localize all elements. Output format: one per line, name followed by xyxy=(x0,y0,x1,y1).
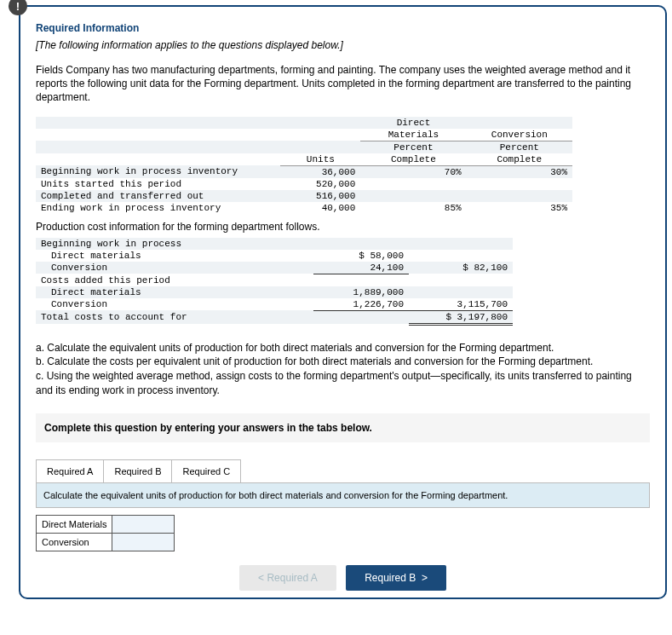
tab-instruction: Calculate the equivalent units of produc… xyxy=(36,482,650,508)
next-button[interactable]: Required B > xyxy=(346,565,446,591)
input-cv[interactable] xyxy=(112,533,175,551)
chevron-left-icon: < xyxy=(258,572,264,584)
prev-button[interactable]: < Required A xyxy=(239,565,336,591)
alert-icon: ! xyxy=(9,0,27,15)
scenario-text: Fields Company has two manufacturing dep… xyxy=(36,63,650,105)
tab-required-c[interactable]: Required C xyxy=(171,459,241,482)
cost-table: Beginning work in process Direct materia… xyxy=(36,238,513,326)
required-information-title: Required Information xyxy=(36,22,650,34)
question-a: a. Calculate the equivalent units of pro… xyxy=(36,341,650,355)
cost-caption: Production cost information for the form… xyxy=(36,221,650,233)
answer-instruction: Complete this question by entering your … xyxy=(36,413,650,442)
question-b: b. Calculate the costs per equivalent un… xyxy=(36,355,650,369)
tab-required-b[interactable]: Required B xyxy=(103,459,172,482)
nav-buttons: < Required A Required B > xyxy=(36,565,650,591)
answer-input-grid: Direct Materials Conversion xyxy=(36,515,175,551)
chevron-right-icon: > xyxy=(419,572,428,584)
table-row: Beginning work in process inventory 36,0… xyxy=(36,165,572,178)
cv-header: Conversion xyxy=(467,129,572,141)
intro-note: [The following information applies to th… xyxy=(36,39,650,51)
question-c: c. Using the weighted average method, as… xyxy=(36,369,650,398)
input-dm[interactable] xyxy=(112,515,175,533)
table-row: Units started this period 520,000 xyxy=(36,178,572,190)
row-label-cv: Conversion xyxy=(37,533,112,551)
subquestions: a. Calculate the equivalent units of pro… xyxy=(36,341,650,398)
tab-bar: Required A Required B Required C xyxy=(36,459,650,482)
question-card: ! Required Information [The following in… xyxy=(19,5,667,599)
dm-header: Direct xyxy=(360,117,466,129)
units-header: Units xyxy=(280,153,360,166)
table-row: Ending work in process inventory 40,000 … xyxy=(36,202,572,214)
table-row: Completed and transferred out 516,000 xyxy=(36,190,572,202)
tab-required-a[interactable]: Required A xyxy=(36,459,104,482)
row-label-dm: Direct Materials xyxy=(37,515,112,533)
units-table: Direct Materials Conversion Percent Perc… xyxy=(36,117,572,214)
